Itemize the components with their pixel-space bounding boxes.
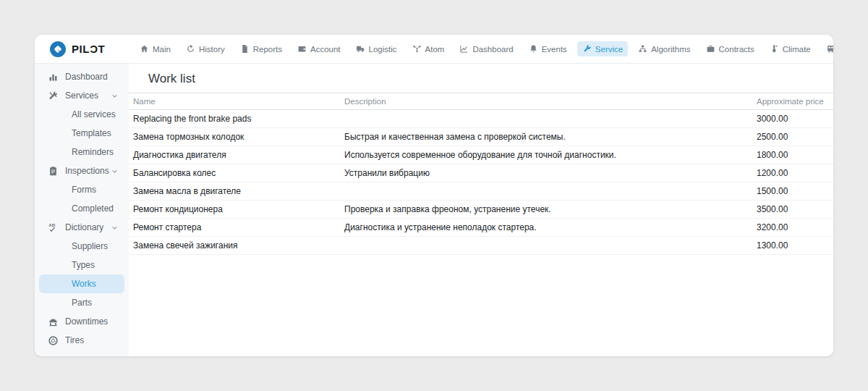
sidebar-item-services[interactable]: Services <box>39 86 124 105</box>
main-content: Work list Name Description Approximate p… <box>129 64 833 356</box>
history-icon <box>186 44 195 54</box>
file-icon <box>240 44 250 54</box>
cell-description <box>340 110 752 128</box>
sidebar-item-reminders[interactable]: Reminders <box>39 143 124 161</box>
chevron-down-icon <box>111 224 119 232</box>
sidebar-item-dictionary[interactable]: Dictionary <box>39 218 124 237</box>
nav-item-reports[interactable]: Reports <box>235 41 287 56</box>
bus-icon <box>826 44 833 54</box>
nav-item-main[interactable]: Main <box>135 41 176 56</box>
cell-name: Замена масла в двигателе <box>129 182 340 201</box>
bell-icon <box>529 44 538 54</box>
sidebar-item-label: All services <box>72 109 116 119</box>
sidebar-item-label: Templates <box>72 128 111 138</box>
sidebar-item-templates[interactable]: Templates <box>39 124 124 143</box>
cell-description: Проверка и заправка фреоном, устранение … <box>340 201 752 219</box>
sidebar-item-dashboard[interactable]: Dashboard <box>39 67 124 86</box>
table-header-row: Name Description Approximate price <box>129 93 833 110</box>
nav-item-label: Service <box>595 45 623 54</box>
cell-price: 1500.00 <box>752 182 833 201</box>
sidebar-item-suppliers[interactable]: Suppliers <box>39 237 124 256</box>
sidebar-item-label: Reminders <box>72 147 114 157</box>
nav-item-service[interactable]: Service <box>577 41 628 56</box>
sidebar-item-label: Inspections <box>65 166 109 176</box>
sidebar-item-types[interactable]: Types <box>39 256 124 274</box>
nav-item-dashboard[interactable]: Dashboard <box>454 41 518 56</box>
nav-item-label: Main <box>153 45 171 54</box>
sidebar: Dashboard Services All services Template… <box>35 64 129 356</box>
nav-item-label: Account <box>310 45 341 54</box>
cell-price: 2500.00 <box>752 128 833 146</box>
table-row[interactable]: Ремонт стартера Диагностика и устранение… <box>129 219 833 237</box>
cell-price: 1800.00 <box>752 146 833 164</box>
sidebar-item-all-services[interactable]: All services <box>39 105 124 124</box>
cell-name: Replacing the front brake pads <box>129 110 340 128</box>
nav-item-algorithms[interactable]: Algorithms <box>633 41 695 56</box>
sidebar-item-parts[interactable]: Parts <box>39 293 124 312</box>
sidebar-item-forms[interactable]: Forms <box>39 180 124 199</box>
top-navbar: PILƆT Main History Reports Account Logis… <box>35 35 833 64</box>
sidebar-item-label: Works <box>72 279 96 289</box>
nav-item-atom[interactable]: Atom <box>407 41 450 56</box>
nav-item-label: Algorithms <box>651 45 690 54</box>
brand-name: PILƆT <box>72 43 105 55</box>
cell-description: Используется современное оборудование дл… <box>340 146 752 164</box>
nav-item-label: Dashboard <box>472 45 513 54</box>
cell-name: Замена тормозных колодок <box>129 128 340 146</box>
cell-price: 3000.00 <box>752 110 833 128</box>
column-header-description: Description <box>340 93 752 110</box>
nav-item-logistic[interactable]: Logistic <box>351 41 402 56</box>
carlift-icon <box>48 316 59 327</box>
table-row[interactable]: Замена тормозных колодок Быстрая и качес… <box>129 128 833 146</box>
table-row[interactable]: Replacing the front brake pads 3000.00 <box>129 110 833 128</box>
cell-name: Замена свечей зажигания <box>129 237 340 255</box>
nav-item-account[interactable]: Account <box>292 41 346 56</box>
sidebar-item-tires[interactable]: Tires <box>39 331 124 350</box>
nav-item-label: Atom <box>425 45 445 54</box>
nav-item-contracts[interactable]: Contracts <box>701 41 760 56</box>
nav-item-history[interactable]: History <box>181 41 230 56</box>
briefcase-icon <box>706 44 715 54</box>
cell-description <box>340 182 752 201</box>
cell-price: 3200.00 <box>752 219 833 237</box>
sidebar-item-label: Dashboard <box>65 72 108 82</box>
wallet-icon <box>297 44 307 54</box>
nav-item-label: Events <box>542 45 567 54</box>
cell-description: Диагностика и устранение неполадок старт… <box>340 219 752 237</box>
sidebar-item-inspections[interactable]: Inspections <box>39 161 124 180</box>
sidebar-item-label: Tires <box>65 335 84 345</box>
cell-description: Устранили вибрацию <box>340 164 752 182</box>
sidebar-item-works[interactable]: Works <box>39 274 124 293</box>
table-row[interactable]: Замена свечей зажигания 1300.00 <box>129 237 833 255</box>
cell-price: 1200.00 <box>752 164 833 182</box>
nav-item-label: Reports <box>253 45 282 54</box>
cell-description <box>340 237 752 255</box>
sidebar-item-completed[interactable]: Completed <box>39 199 124 218</box>
sidebar-item-downtimes[interactable]: Downtimes <box>39 312 124 331</box>
sidebar-item-label: Forms <box>72 185 96 195</box>
sidebar-item-label: Types <box>72 260 95 270</box>
table-row[interactable]: Диагностика двигателя Используется совре… <box>129 146 833 164</box>
page-background: PILƆT Main History Reports Account Logis… <box>0 0 868 391</box>
column-header-approximate-price: Approximate price <box>752 93 833 110</box>
home-icon <box>140 44 149 54</box>
clipboard-icon <box>48 166 59 177</box>
cell-name: Ремонт стартера <box>129 219 340 237</box>
sidebar-item-label: Suppliers <box>72 241 108 251</box>
cell-name: Балансировка колес <box>129 164 340 182</box>
nav-item-climate[interactable]: Climate <box>765 41 816 56</box>
nav-item-label: Logistic <box>369 45 397 54</box>
nav-item-events[interactable]: Events <box>524 41 572 56</box>
work-list-table: Name Description Approximate price Repla… <box>129 93 833 255</box>
nav-item-bus-lines[interactable]: Bus lines <box>821 41 833 56</box>
chart-icon <box>459 44 469 54</box>
table-row[interactable]: Ремонт кондиционера Проверка и заправка … <box>129 201 833 219</box>
nav-item-label: Contracts <box>719 45 754 54</box>
table-row[interactable]: Балансировка колес Устранили вибрацию 12… <box>129 164 833 182</box>
sidebar-item-label: Completed <box>72 203 114 214</box>
column-header-name: Name <box>129 93 340 110</box>
brand-logo[interactable]: PILƆT <box>49 41 135 58</box>
table-row[interactable]: Замена масла в двигателе 1500.00 <box>129 182 833 201</box>
pilot-logo-icon <box>49 41 67 58</box>
cell-price: 1300.00 <box>752 237 833 255</box>
